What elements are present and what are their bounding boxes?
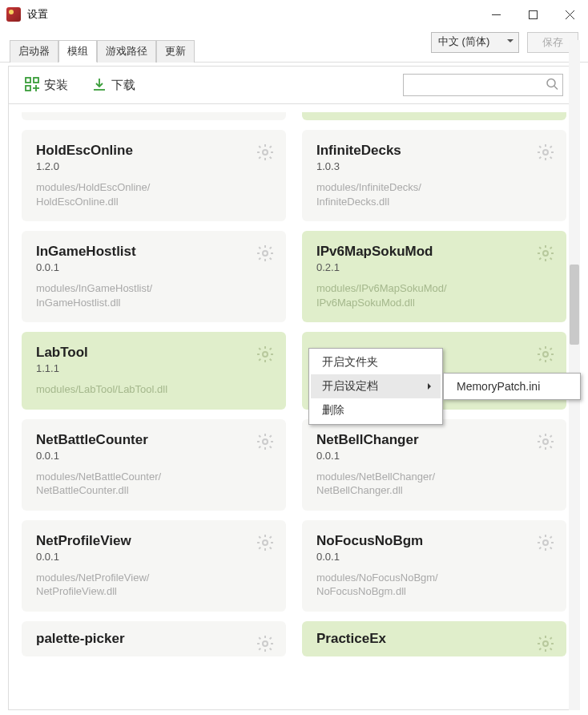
gear-icon[interactable] xyxy=(256,634,275,656)
context-submenu: MemoryPatch.ini xyxy=(443,373,581,400)
mod-version: 0.0.1 xyxy=(316,551,552,563)
titlebar: 设置 xyxy=(0,0,588,29)
svg-rect-1 xyxy=(529,10,537,18)
mod-name: palette-picker xyxy=(36,631,272,647)
svg-point-23 xyxy=(263,641,268,646)
context-menu: 开启文件夹 开启设定档 删除 xyxy=(308,348,443,425)
mod-name: NoFocusNoBgm xyxy=(316,533,552,549)
svg-rect-4 xyxy=(26,78,30,83)
mod-name: NetBattleCounter xyxy=(36,432,272,448)
mod-card[interactable]: InGameHostlist0.0.1modules/InGameHostlis… xyxy=(22,231,286,322)
submenu-item-memorypatch[interactable]: MemoryPatch.ini xyxy=(445,375,578,398)
search-icon xyxy=(546,78,558,93)
tab-gamepath[interactable]: 游戏路径 xyxy=(97,40,156,63)
main-tabs: 启动器 模组 游戏路径 更新 xyxy=(10,39,195,62)
download-button[interactable]: 下载 xyxy=(92,77,135,94)
mods-content: HoldEscOnline1.2.0modules/HoldEscOnline/… xyxy=(8,104,580,710)
search-wrap xyxy=(403,74,563,96)
mod-card[interactable]: PracticeEx xyxy=(302,621,566,656)
mod-name: InGameHostlist xyxy=(36,244,272,260)
gear-icon[interactable] xyxy=(536,143,555,164)
gear-icon[interactable] xyxy=(256,143,275,164)
scrollbar-thumb[interactable] xyxy=(570,265,579,345)
mod-version: 0.0.1 xyxy=(36,551,272,563)
mod-card[interactable]: HoldEscOnline1.2.0modules/HoldEscOnline/… xyxy=(22,130,286,221)
app-icon xyxy=(6,7,21,22)
language-select[interactable]: 中文 (简体) xyxy=(431,32,519,53)
svg-point-21 xyxy=(263,540,268,545)
gear-icon[interactable] xyxy=(536,533,555,555)
minimize-button[interactable] xyxy=(477,0,514,29)
install-button[interactable]: 安装 xyxy=(25,77,68,94)
mod-path: modules/NetProfileView/NetProfileView.dl… xyxy=(36,571,272,599)
mod-path: modules/NoFocusNoBgm/NoFocusNoBgm.dll xyxy=(316,571,552,599)
mod-card[interactable]: InfiniteDecks1.0.3modules/InfiniteDecks/… xyxy=(302,130,566,221)
gear-icon[interactable] xyxy=(536,432,555,454)
svg-point-18 xyxy=(543,352,548,357)
svg-line-12 xyxy=(554,87,558,90)
mod-path: modules/IPv6MapSokuMod/IPv6MapSokuMod.dl… xyxy=(316,281,552,309)
download-label: 下载 xyxy=(111,78,135,93)
mod-card[interactable]: NetProfileView0.0.1modules/NetProfileVie… xyxy=(22,520,286,612)
mod-name: LabTool xyxy=(36,345,272,361)
gear-icon[interactable] xyxy=(536,345,555,366)
tab-launcher[interactable]: 启动器 xyxy=(10,40,58,63)
mod-version: 0.0.1 xyxy=(36,261,272,273)
mod-path: modules/NetBattleCounter/NetBattleCounte… xyxy=(36,470,272,498)
svg-point-24 xyxy=(543,641,548,646)
gear-icon[interactable] xyxy=(256,533,275,555)
window-controls xyxy=(477,0,588,29)
svg-point-13 xyxy=(263,150,268,155)
topbar: 启动器 模组 游戏路径 更新 中文 (简体) 保存 xyxy=(0,29,588,63)
mod-path: modules/HoldEscOnline/HoldEscOnline.dll xyxy=(36,180,272,208)
mod-name: NetProfileView xyxy=(36,533,272,549)
ctx-open-settings-label: 开启设定档 xyxy=(322,379,378,392)
gear-icon[interactable] xyxy=(256,345,275,366)
toolbar: 安装 下载 xyxy=(8,66,580,104)
mod-version: 1.2.0 xyxy=(36,160,272,172)
ctx-open-folder[interactable]: 开启文件夹 xyxy=(311,350,441,374)
mod-name: NetBellChanger xyxy=(316,432,552,448)
mod-version: 0.0.1 xyxy=(36,450,272,462)
svg-point-17 xyxy=(263,352,268,357)
mod-card[interactable]: LabTool1.1.1modules/LabTool/LabTool.dll xyxy=(22,332,286,410)
gear-icon[interactable] xyxy=(256,432,275,454)
maximize-button[interactable] xyxy=(514,0,551,29)
tab-mods[interactable]: 模组 xyxy=(58,40,97,63)
svg-point-14 xyxy=(543,150,548,155)
svg-point-15 xyxy=(263,251,268,256)
mod-path: modules/InfiniteDecks/InfiniteDecks.dll xyxy=(316,180,552,208)
card-partial-top-left[interactable] xyxy=(22,112,286,120)
close-button[interactable] xyxy=(551,0,588,29)
svg-point-16 xyxy=(543,251,548,256)
chevron-right-icon xyxy=(428,383,434,390)
mod-version: 0.0.1 xyxy=(316,450,552,462)
mod-path: modules/InGameHostlist/InGameHostlist.dl… xyxy=(36,281,272,309)
mod-card[interactable]: NetBattleCounter0.0.1modules/NetBattleCo… xyxy=(22,419,286,511)
mod-card[interactable]: IPv6MapSokuMod0.2.1modules/IPv6MapSokuMo… xyxy=(302,231,566,322)
svg-point-11 xyxy=(547,79,555,87)
mod-name: HoldEscOnline xyxy=(36,143,272,159)
gear-icon[interactable] xyxy=(256,244,275,265)
mod-name: IPv6MapSokuMod xyxy=(316,244,552,260)
svg-point-20 xyxy=(543,439,548,444)
svg-rect-5 xyxy=(34,78,38,83)
mod-name: PracticeEx xyxy=(316,631,552,647)
tab-update[interactable]: 更新 xyxy=(156,40,195,63)
mod-card[interactable]: NetBellChanger0.0.1modules/NetBellChange… xyxy=(302,419,566,511)
window-title: 设置 xyxy=(27,7,477,22)
mod-path: modules/LabTool/LabTool.dll xyxy=(36,382,272,397)
ctx-open-settings[interactable]: 开启设定档 xyxy=(311,374,441,398)
gear-icon[interactable] xyxy=(536,244,555,265)
download-icon xyxy=(92,77,107,94)
search-input[interactable] xyxy=(403,74,563,96)
svg-point-19 xyxy=(263,439,268,444)
mod-path: modules/NetBellChanger/NetBellChanger.dl… xyxy=(316,470,552,498)
install-icon xyxy=(25,77,39,94)
mod-card[interactable]: NoFocusNoBgm0.0.1modules/NoFocusNoBgm/No… xyxy=(302,520,566,612)
card-partial-top-right[interactable] xyxy=(302,112,566,120)
mod-card[interactable]: palette-picker xyxy=(22,621,286,656)
gear-icon[interactable] xyxy=(536,634,555,656)
ctx-delete[interactable]: 删除 xyxy=(311,398,441,422)
mod-version: 1.0.3 xyxy=(316,160,552,172)
